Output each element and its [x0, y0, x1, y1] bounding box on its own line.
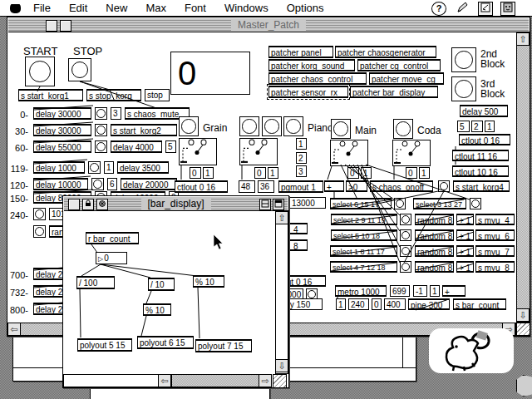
- help-icon[interactable]: ?: [431, 2, 446, 16]
- bang-button[interactable]: [33, 225, 46, 238]
- object-box-delay-55000[interactable]: delay 55000: [33, 140, 91, 153]
- object-box-s-myu-7[interactable]: s myu_7: [475, 245, 515, 257]
- bang-button[interactable]: [91, 178, 104, 190]
- object-box-s-stop-korg[interactable]: s stop_korg: [86, 89, 141, 101]
- object-box-ctlout-11-16[interactable]: ctlout 11 16: [452, 150, 509, 161]
- object-box-metro-1000[interactable]: metro 1000: [335, 285, 387, 297]
- gate-switch[interactable]: [239, 138, 278, 165]
- message-box-3[interactable]: 3: [296, 165, 307, 177]
- scroll-up-arrow[interactable]: ⇧: [516, 32, 530, 46]
- object-box-delay-30000[interactable]: delay 30000: [33, 107, 91, 120]
- object-box-ctlout-0-16[interactable]: ctlout 0 16: [175, 180, 228, 193]
- object-box-delay-500[interactable]: delay 500: [460, 105, 508, 117]
- message-box-1[interactable]: 1: [203, 167, 214, 179]
- message-box-36[interactable]: 36: [258, 180, 274, 193]
- message-box-5[interactable]: 5: [457, 121, 470, 132]
- message-box-1[interactable]: 1: [336, 298, 346, 310]
- gate-switch[interactable]: [179, 138, 217, 165]
- split-box[interactable]: [259, 199, 271, 210]
- object-box-select-1-8-11-17[interactable]: select 1 8 11 17: [330, 245, 397, 257]
- menu-max[interactable]: Max: [136, 0, 175, 16]
- object-box-polyout-6-15[interactable]: polyout 6 15: [137, 336, 194, 349]
- lock-icon[interactable]: [82, 199, 94, 210]
- gate-switch[interactable]: [330, 140, 368, 166]
- object-box-100[interactable]: / 100: [76, 276, 115, 289]
- object-box-1[interactable]: + 1: [456, 261, 474, 273]
- object-box-pgmout-1[interactable]: pgmout 1: [278, 180, 323, 193]
- object-box-s-myu-8[interactable]: s myu_8: [475, 261, 515, 273]
- message-box-1[interactable]: 1: [485, 121, 495, 132]
- bang-button[interactable]: [394, 198, 406, 209]
- coda-button[interactable]: [393, 119, 413, 139]
- message-box-1[interactable]: 1: [296, 138, 307, 150]
- message-box-2[interactable]: 2: [471, 121, 483, 132]
- object-box-0[interactable]: >0: [346, 180, 367, 192]
- message-box-400[interactable]: 400: [384, 298, 406, 310]
- main-button[interactable]: [331, 119, 351, 139]
- object-box-[interactable]: +: [324, 180, 344, 192]
- piano-button-3[interactable]: [283, 116, 303, 136]
- object-box-[interactable]: +: [442, 285, 466, 297]
- menu-windows[interactable]: Windows: [215, 0, 278, 16]
- object-box-10[interactable]: % 10: [143, 303, 171, 316]
- close-box[interactable]: [68, 199, 80, 210]
- object-box-delay-3500[interactable]: delay 3500: [117, 161, 169, 174]
- bang-button[interactable]: [400, 214, 411, 225]
- third-block-button[interactable]: [451, 76, 476, 101]
- wheel-icon[interactable]: [96, 199, 108, 210]
- object-box-10[interactable]: % 10: [193, 275, 224, 288]
- message-box-699[interactable]: 699: [390, 285, 410, 297]
- object-box-patcher-chaosgenerator[interactable]: patcher chaosgenerator: [335, 46, 436, 58]
- object-box-select-6-15-17[interactable]: select 6 15 17: [330, 198, 392, 209]
- bang-button[interactable]: [400, 261, 411, 273]
- object-box-s-chaos-onoff[interactable]: s chaos_onoff: [370, 180, 433, 192]
- master-vscroll-track[interactable]: [516, 32, 530, 323]
- object-box-patcher-move-cg[interactable]: patcher move_cg: [369, 72, 444, 85]
- message-box-240[interactable]: 240: [348, 298, 369, 310]
- bang-button[interactable]: [33, 208, 46, 220]
- object-box-patcher-panel[interactable]: patcher panel: [268, 46, 333, 58]
- object-box-select-4-7-12-18[interactable]: select 4 7 12 18: [330, 261, 397, 273]
- message-box-5[interactable]: 5: [165, 140, 176, 153]
- message-box-1[interactable]: 1: [361, 167, 372, 179]
- object-box-patcher-sensor-rx[interactable]: patcher sensor_rx: [268, 86, 348, 98]
- object-box-polyout-5-15[interactable]: polyout 5 15: [77, 338, 132, 352]
- object-box-patcher-bar-display[interactable]: patcher bar_display: [350, 86, 438, 98]
- gate-switch[interactable]: [392, 140, 431, 166]
- bang-button[interactable]: [400, 229, 411, 241]
- menu-options[interactable]: Options: [278, 0, 333, 16]
- message-box-1[interactable]: 1: [419, 167, 430, 179]
- scroll-left-arrow[interactable]: ⇦: [7, 323, 21, 336]
- bar-count-number-box[interactable]: 0: [96, 252, 127, 264]
- message-box-2[interactable]: 2: [296, 152, 307, 164]
- bar-display-window[interactable]: [bar_display]: [62, 195, 289, 388]
- stop-button[interactable]: [68, 58, 91, 81]
- scroll-down-arrow[interactable]: ⇩: [516, 308, 530, 322]
- grain-button[interactable]: [179, 116, 199, 136]
- object-box-polyout-7-15[interactable]: polyout 7 15: [195, 339, 252, 352]
- message-box-1[interactable]: -1: [413, 285, 427, 297]
- apple-menu-icon[interactable]: [10, 2, 21, 13]
- zoom-box[interactable]: [60, 20, 71, 32]
- object-box-select-2-9-11-19[interactable]: select 2 9 11 19: [331, 214, 397, 225]
- object-box-1[interactable]: + 1: [456, 214, 474, 225]
- object-box-s-start-korg2[interactable]: s start_korg2: [111, 124, 177, 136]
- object-box-s-bar-count[interactable]: s bar_count: [453, 298, 506, 310]
- bang-button[interactable]: [470, 198, 481, 209]
- message-box-3[interactable]: 3: [111, 107, 121, 120]
- bang-button[interactable]: [95, 140, 107, 153]
- pencil-icon[interactable]: [456, 2, 469, 14]
- object-box-1[interactable]: + 1: [456, 229, 474, 241]
- max-app-icon[interactable]: [500, 2, 515, 16]
- disk-icon[interactable]: [516, 375, 532, 397]
- object-box-pipe-300[interactable]: pipe 300: [408, 298, 450, 310]
- object-box-s-start-korg4[interactable]: s start_korg4: [453, 180, 510, 192]
- scroll-down-arrow[interactable]: ⇩: [275, 359, 288, 372]
- message-box-1[interactable]: 1: [430, 285, 440, 297]
- message-box-0[interactable]: 0: [406, 167, 417, 179]
- object-box-s-myu-4[interactable]: s myu_4: [475, 214, 515, 225]
- object-box-random-8[interactable]: random 8: [415, 214, 454, 225]
- collapse-box[interactable]: [273, 199, 284, 210]
- bar-hscroll-track[interactable]: [171, 374, 259, 387]
- object-box-ctlout-10-16[interactable]: ctlout 10 16: [452, 165, 509, 177]
